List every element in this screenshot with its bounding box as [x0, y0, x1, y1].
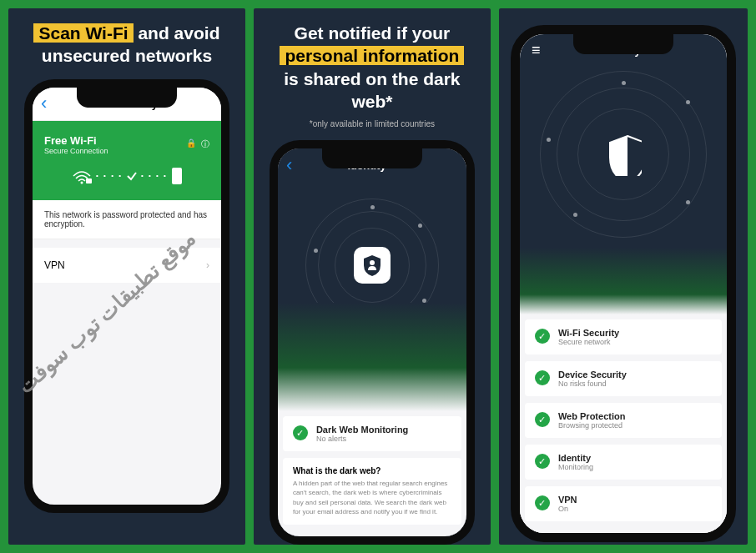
check-icon [126, 170, 138, 182]
phone-notch [77, 88, 177, 108]
list-item[interactable]: ✓ Web ProtectionBrowsing protected [525, 403, 722, 438]
card-title: Identity [558, 453, 712, 463]
svg-point-3 [370, 260, 375, 265]
security-hero: You Are Protected [520, 66, 727, 314]
check-icon: ✓ [535, 412, 550, 427]
check-icon: ✓ [293, 425, 308, 440]
headline-highlight: personal information [280, 46, 464, 65]
shield-icon [605, 133, 642, 176]
network-info: This network is password protected and h… [33, 200, 221, 239]
check-icon: ✓ [535, 454, 550, 469]
security-list: ✓ Wi-Fi SecuritySecure network ✓ Device … [520, 314, 727, 533]
connection-dots: • • • • [96, 172, 123, 179]
panel-identity: Get notified if your personal informatio… [254, 8, 491, 545]
identity-list: ✓ Dark Web Monitoring No alerts What is … [278, 411, 466, 536]
orbit-graphic [540, 71, 707, 238]
svg-rect-1 [86, 178, 92, 183]
svg-point-0 [81, 181, 83, 183]
menu-icon[interactable]: ≡ [532, 42, 541, 59]
card-subtitle: Monitoring [558, 463, 712, 471]
phone-notch [573, 34, 673, 54]
list-item[interactable]: ✓ Wi-Fi SecuritySecure network [525, 319, 722, 354]
check-icon: ✓ [535, 329, 550, 344]
phone-icon [171, 167, 183, 185]
wifi-name: Free Wi-Fi [44, 134, 108, 147]
list-item[interactable]: ✓ Device SecurityNo risks found [525, 361, 722, 396]
headline-line3: is shared on the dark web* [284, 69, 460, 111]
check-icon: ✓ [535, 370, 550, 385]
dark-web-monitoring-card[interactable]: ✓ Dark Web Monitoring No alerts [283, 416, 461, 451]
headline-line1: Get notified if your [295, 23, 451, 43]
phone-mockup-2: ‹ Identity Monitoring [270, 140, 475, 545]
card-subtitle: No alerts [316, 435, 451, 443]
phone-mockup-1: ‹ Wi-Fi Security Free Wi-Fi Secure Conne… [24, 79, 229, 513]
vpn-row[interactable]: VPN › [33, 248, 221, 283]
info-title: What is the dark web? [293, 466, 451, 475]
vpn-label: VPN [44, 259, 65, 271]
wifi-status: Secure Connection [44, 147, 108, 155]
card-title: Web Protection [558, 411, 712, 421]
card-title: Wi-Fi Security [558, 328, 712, 338]
phone-mockup-3: ≡ Security You Are Protected [511, 25, 736, 542]
svg-rect-2 [172, 168, 182, 184]
dark-web-info-card: What is the dark web? A hidden part of t… [283, 458, 461, 525]
list-item[interactable]: ✓ IdentityMonitoring [525, 445, 722, 480]
back-button[interactable]: ‹ [41, 93, 47, 114]
card-subtitle: Secure network [558, 338, 712, 346]
wifi-card-icons: 🔒 ⓘ [186, 138, 209, 150]
back-button[interactable]: ‹ [286, 154, 292, 176]
card-subtitle: Browsing protected [558, 421, 712, 430]
panel-wifi: Scan Wi-Fi and avoid unsecured networks … [8, 8, 245, 545]
identity-icon [354, 247, 391, 284]
headline-highlight: Scan Wi-Fi [33, 23, 133, 43]
check-icon: ✓ [535, 495, 550, 510]
identity-hero: Monitoring [278, 182, 466, 411]
panel-security: ≡ Security You Are Protected [499, 8, 748, 545]
lock-icon: 🔒 [186, 138, 196, 150]
chevron-right-icon: › [206, 259, 209, 271]
card-title: Device Security [558, 370, 712, 380]
wifi-status-card: Free Wi-Fi Secure Connection 🔒 ⓘ • • • •… [33, 121, 221, 200]
headline-subnote: *only available in limited countries [310, 119, 435, 128]
connection-diagram: • • • • • • • • [44, 167, 209, 185]
info-text: A hidden part of the web that regular se… [293, 479, 451, 516]
headline-identity: Get notified if your personal informatio… [254, 8, 491, 119]
phone-notch [322, 148, 422, 168]
card-subtitle: On [558, 505, 712, 513]
wifi-lock-icon [71, 168, 93, 184]
connection-dots: • • • • [141, 172, 168, 179]
card-title: Dark Web Monitoring [316, 425, 451, 435]
card-subtitle: No risks found [558, 380, 712, 388]
headline-wifi: Scan Wi-Fi and avoid unsecured networks [8, 8, 245, 74]
list-item[interactable]: ✓ VPNOn [525, 486, 722, 521]
info-icon[interactable]: ⓘ [201, 138, 209, 150]
card-title: VPN [558, 495, 712, 505]
